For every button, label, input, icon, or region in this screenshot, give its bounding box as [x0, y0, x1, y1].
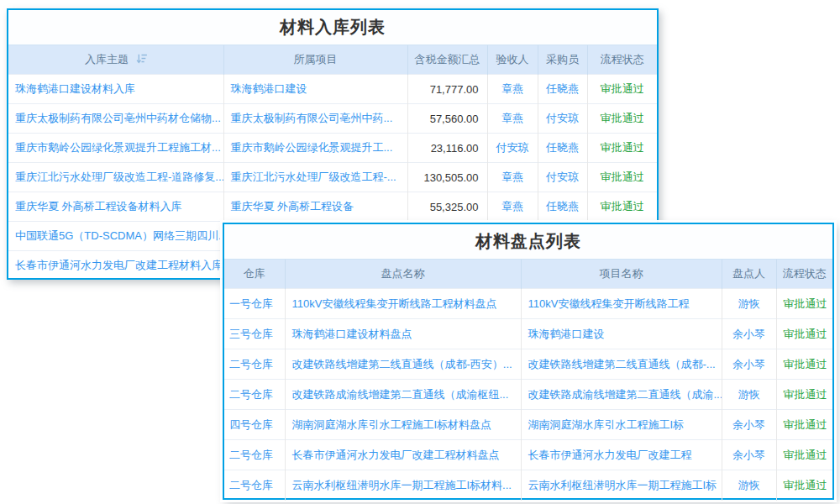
- inventory-person[interactable]: 游恢: [722, 470, 776, 501]
- inbound-col-purchaser: 采购员: [538, 45, 587, 75]
- inbound-subject-link[interactable]: 重庆华夏 外高桥工程设备材料入库: [8, 192, 223, 222]
- inbound-amount: 71,777.00: [407, 75, 487, 104]
- inventory-name-link[interactable]: 长春市伊通河水力发电厂改建工程材料盘点: [285, 440, 521, 470]
- inbound-inspector[interactable]: 章燕: [487, 192, 538, 222]
- inventory-warehouse[interactable]: 二号仓库: [224, 470, 285, 501]
- inbound-purchaser[interactable]: 付安琼: [538, 104, 587, 134]
- page: 材料入库列表 入库主题: [0, 0, 840, 504]
- inventory-table: 仓库 盘点名称 项目名称 盘点人 流程状态 一号仓库 110kV安徽线程集变开断…: [224, 259, 832, 501]
- table-row: 一号仓库 110kV安徽线程集变开断线路工程材料盘点 110kV安徽线程集变开断…: [224, 289, 832, 319]
- inventory-person[interactable]: 游恢: [722, 380, 776, 410]
- table-row: 四号仓库 湖南洞庭湖水库引水工程施工I标材料盘点 湖南洞庭湖水库引水工程施工I标…: [224, 410, 832, 440]
- status-badge[interactable]: 审批通过: [776, 289, 832, 319]
- inventory-col-project: 项目名称: [521, 260, 722, 289]
- inbound-project-link[interactable]: 重庆太极制药有限公司亳州中药...: [223, 104, 407, 134]
- inbound-amount: 57,560.00: [407, 104, 487, 134]
- inbound-subject-link[interactable]: 珠海鹤港口建设材料入库: [8, 75, 223, 104]
- table-row: 重庆华夏 外高桥工程设备材料入库 重庆华夏 外高桥工程设备 55,325.00 …: [8, 192, 657, 222]
- status-badge[interactable]: 审批通过: [776, 319, 832, 349]
- inventory-project-link[interactable]: 云南水利枢纽潜明水库一期工程施工I标: [521, 470, 722, 501]
- status-badge[interactable]: 审批通过: [776, 380, 832, 410]
- inventory-name-link[interactable]: 湖南洞庭湖水库引水工程施工I标材料盘点: [285, 410, 521, 440]
- inbound-inspector[interactable]: 章燕: [487, 104, 538, 134]
- inventory-list-title: 材料盘点列表: [224, 224, 832, 259]
- inbound-col-status: 流程状态: [587, 45, 657, 75]
- inbound-purchaser[interactable]: 任晓燕: [538, 192, 587, 222]
- inventory-warehouse[interactable]: 二号仓库: [224, 440, 285, 470]
- inbound-amount: 23,116.00: [407, 134, 487, 163]
- inventory-col-status: 流程状态: [776, 260, 832, 289]
- inventory-project-link[interactable]: 湖南洞庭湖水库引水工程施工I标: [521, 410, 722, 440]
- table-row: 重庆太极制药有限公司亳州中药材仓储物... 重庆太极制药有限公司亳州中药... …: [8, 104, 657, 134]
- inventory-warehouse[interactable]: 一号仓库: [224, 289, 285, 319]
- inbound-amount: 55,325.00: [407, 192, 487, 222]
- inventory-person[interactable]: 余小琴: [722, 440, 776, 470]
- status-badge[interactable]: 审批通过: [776, 410, 832, 440]
- inventory-name-link[interactable]: 改建铁路线增建第二线直通线（成都-西安）...: [285, 349, 521, 380]
- inbound-inspector[interactable]: 章燕: [487, 163, 538, 192]
- inventory-project-link[interactable]: 长春市伊通河水力发电厂改建工程: [521, 440, 722, 470]
- inbound-subject-link[interactable]: 中国联通5G（TD-SCDMA）网络三期四川...: [8, 222, 223, 251]
- inventory-project-link[interactable]: 110kV安徽线程集变开断线路工程: [521, 289, 722, 319]
- status-badge[interactable]: 审批通过: [587, 75, 657, 104]
- table-row: 重庆江北污水处理厂级改造工程-道路修复... 重庆江北污水处理厂级改造工程-..…: [8, 163, 657, 192]
- inbound-project-link[interactable]: 重庆市鹅岭公园绿化景观提升工...: [223, 134, 407, 163]
- inbound-project-link[interactable]: 重庆华夏 外高桥工程设备: [223, 192, 407, 222]
- inbound-project-link[interactable]: 重庆江北污水处理厂级改造工程-...: [223, 163, 407, 192]
- inbound-inspector[interactable]: 付安琼: [487, 134, 538, 163]
- inventory-list-panel: 材料盘点列表 仓库 盘点名称 项目名称 盘点人 流程状态 一号仓库 110kV安…: [223, 223, 834, 500]
- status-badge[interactable]: 审批通过: [776, 440, 832, 470]
- inventory-name-link[interactable]: 110kV安徽线程集变开断线路工程材料盘点: [285, 289, 521, 319]
- table-row: 二号仓库 改建铁路成渝线增建第二直通线（成渝枢纽... 改建铁路成渝线增建第二直…: [224, 380, 832, 410]
- status-badge[interactable]: 审批通过: [587, 192, 657, 222]
- inbound-col-subject[interactable]: 入库主题: [8, 45, 223, 75]
- table-row: 三号仓库 珠海鹤港口建设材料盘点 珠海鹤港口建设 余小琴 审批通过: [224, 319, 832, 349]
- table-row: 二号仓库 改建铁路线增建第二线直通线（成都-西安）... 改建铁路线增建第二线直…: [224, 349, 832, 380]
- inbound-col-subject-label: 入库主题: [85, 53, 129, 66]
- table-row: 二号仓库 长春市伊通河水力发电厂改建工程材料盘点 长春市伊通河水力发电厂改建工程…: [224, 440, 832, 470]
- inbound-header-row: 入库主题: [8, 45, 657, 75]
- status-badge[interactable]: 审批通过: [587, 163, 657, 192]
- inventory-person[interactable]: 游恢: [722, 289, 776, 319]
- sort-descending-icon[interactable]: [136, 54, 147, 66]
- inbound-subject-link[interactable]: 重庆江北污水处理厂级改造工程-道路修复...: [8, 163, 223, 192]
- table-row: 珠海鹤港口建设材料入库 珠海鹤港口建设 71,777.00 章燕 任晓燕 审批通…: [8, 75, 657, 104]
- status-badge[interactable]: 审批通过: [776, 349, 832, 380]
- inbound-subject-link[interactable]: 重庆市鹅岭公园绿化景观提升工程施工材...: [8, 134, 223, 163]
- inbound-subject-link[interactable]: 重庆太极制药有限公司亳州中药材仓储物...: [8, 104, 223, 134]
- inventory-project-link[interactable]: 改建铁路成渝线增建第二直通线（成渝...: [521, 380, 722, 410]
- inventory-warehouse[interactable]: 二号仓库: [224, 380, 285, 410]
- inbound-project-link[interactable]: 珠海鹤港口建设: [223, 75, 407, 104]
- inventory-col-name: 盘点名称: [285, 260, 521, 289]
- inventory-project-link[interactable]: 改建铁路线增建第二线直通线（成都-...: [521, 349, 722, 380]
- inbound-purchaser[interactable]: 任晓燕: [538, 75, 587, 104]
- inventory-warehouse[interactable]: 四号仓库: [224, 410, 285, 440]
- inventory-project-link[interactable]: 珠海鹤港口建设: [521, 319, 722, 349]
- inbound-amount: 130,505.00: [407, 163, 487, 192]
- inventory-header-row: 仓库 盘点名称 项目名称 盘点人 流程状态: [224, 260, 832, 289]
- inventory-person[interactable]: 余小琴: [722, 319, 776, 349]
- inventory-col-person: 盘点人: [722, 260, 776, 289]
- inventory-person[interactable]: 余小琴: [722, 349, 776, 380]
- inventory-name-link[interactable]: 改建铁路成渝线增建第二直通线（成渝枢纽...: [285, 380, 521, 410]
- status-badge[interactable]: 审批通过: [587, 134, 657, 163]
- inventory-name-link[interactable]: 云南水利枢纽潜明水库一期工程施工I标材料...: [285, 470, 521, 501]
- inbound-col-amount: 含税金额汇总: [407, 45, 487, 75]
- inventory-col-warehouse: 仓库: [224, 260, 285, 289]
- inventory-warehouse[interactable]: 二号仓库: [224, 349, 285, 380]
- status-badge[interactable]: 审批通过: [587, 104, 657, 134]
- status-badge[interactable]: 审批通过: [776, 470, 832, 501]
- inbound-purchaser[interactable]: 付安琼: [538, 163, 587, 192]
- inventory-person[interactable]: 余小琴: [722, 410, 776, 440]
- inbound-list-title: 材料入库列表: [8, 10, 657, 45]
- table-row: 二号仓库 云南水利枢纽潜明水库一期工程施工I标材料... 云南水利枢纽潜明水库一…: [224, 470, 832, 501]
- inbound-inspector[interactable]: 章燕: [487, 75, 538, 104]
- inbound-subject-link[interactable]: 长春市伊通河水力发电厂改建工程材料入库: [8, 251, 223, 281]
- inventory-name-link[interactable]: 珠海鹤港口建设材料盘点: [285, 319, 521, 349]
- inbound-col-inspector: 验收人: [487, 45, 538, 75]
- inventory-warehouse[interactable]: 三号仓库: [224, 319, 285, 349]
- table-row: 重庆市鹅岭公园绿化景观提升工程施工材... 重庆市鹅岭公园绿化景观提升工... …: [8, 134, 657, 163]
- inbound-purchaser[interactable]: 任晓燕: [538, 134, 587, 163]
- inbound-col-project: 所属项目: [223, 45, 407, 75]
